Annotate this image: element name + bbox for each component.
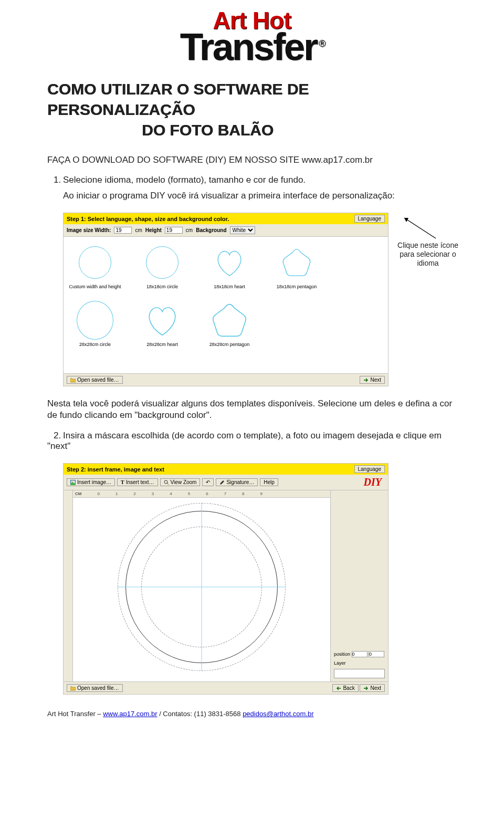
footer-email-link[interactable]: pedidos@arthot.com.br [243, 710, 313, 718]
arrow-right-icon [363, 686, 369, 691]
brand-logo: Art Hot Transfer® [47, 11, 457, 63]
design-canvas[interactable] [73, 498, 330, 676]
ruler-mark: 8 [242, 491, 244, 496]
next-button[interactable]: Next [360, 684, 385, 692]
callout-arrow-icon [399, 215, 441, 241]
callout-text: Clique neste ícone para selecionar o idi… [394, 241, 462, 267]
template-ring-outer [118, 503, 286, 671]
position-y-input[interactable] [369, 651, 384, 657]
language-button[interactable]: Language [354, 465, 385, 473]
page-footer: Art Hot Transfer – www.ap17.com.br / Con… [47, 706, 457, 718]
ss1-bg-label: Background [196, 227, 226, 233]
layer-label: Layer [334, 660, 346, 666]
ruler-mark: 1 [116, 491, 118, 496]
ss1-width-label: Image size Width: [67, 227, 111, 233]
arrow-right-icon [363, 377, 369, 383]
logo-line2: Transfer [180, 26, 317, 68]
ruler-unit: CM [75, 491, 81, 496]
title-line1: COMO UTILIZAR O SOFTWARE DE PERSONALIZAÇ… [47, 80, 309, 118]
folder-open-icon [70, 686, 76, 691]
footer-site-link[interactable]: www.ap17.com.br [103, 710, 157, 718]
ss2-step-label: Step 2: insert frame, image and text [67, 466, 164, 473]
insert-text-button[interactable]: TInsert text… [117, 478, 158, 486]
next-button[interactable]: Next [360, 376, 385, 384]
guide-horizontal [118, 587, 286, 587]
arrow-left-icon [336, 686, 341, 691]
step-1: 1.Selecione idioma, modelo (formato), ta… [47, 175, 457, 201]
language-button[interactable]: Language [354, 215, 385, 223]
svg-point-3 [71, 481, 72, 482]
screenshot-step2: Step 2: insert frame, image and text Lan… [63, 463, 388, 695]
svg-line-5 [167, 483, 169, 485]
step-2-number: 2. [47, 431, 63, 441]
ruler-mark: 7 [224, 491, 226, 496]
signature-button[interactable]: Signature… [216, 478, 258, 486]
zoom-icon [164, 480, 169, 485]
insert-image-button[interactable]: Insert image… [67, 478, 115, 486]
page-title: COMO UTILIZAR O SOFTWARE DE PERSONALIZAÇ… [47, 79, 457, 140]
footer-contact: / Contatos: (11) 3831-8568 [158, 710, 243, 718]
shape-label: 28x28cm circle [79, 342, 111, 347]
shape-18-circle[interactable]: 18x18cm circle [136, 244, 188, 289]
step-2-text: Insira a máscara escolhida (de acordo co… [47, 431, 442, 451]
ss1-cm2: cm [186, 227, 193, 233]
ss1-cm1: cm [135, 227, 142, 233]
step-1-subtext: Ao iniciar o programa DIY você irá visua… [63, 191, 457, 201]
step-2: 2.Insira a máscara escolhida (de acordo … [47, 431, 457, 452]
view-zoom-button[interactable]: View Zoom [160, 478, 201, 486]
open-file-button[interactable]: Open saved file… [67, 376, 123, 384]
screenshot-step1: Step 1: Select language, shape, size and… [63, 213, 388, 386]
ruler-mark: 3 [152, 491, 154, 496]
shape-28-heart[interactable]: 28x28cm heart [136, 302, 188, 347]
footer-brand: Art Hot Transfer – [47, 710, 103, 718]
undo-button[interactable]: ↶ [202, 478, 214, 486]
help-button[interactable]: Help [260, 478, 278, 486]
ruler-horizontal: CM 0 1 2 3 4 5 6 7 8 9 [73, 490, 330, 498]
folder-open-icon [70, 377, 76, 383]
shape-label: 18x18cm pentagon [277, 284, 317, 289]
ruler-mark: 2 [133, 491, 135, 496]
shape-18-heart[interactable]: 18x18cm heart [203, 244, 256, 289]
shape-label: 28x28cm heart [146, 342, 178, 347]
ss1-step-label: Step 1: Select language, shape, size and… [67, 216, 229, 222]
position-label: position [334, 652, 350, 657]
step-1-text: Selecione idioma, modelo (formato), tama… [63, 175, 306, 185]
pen-icon [219, 480, 225, 485]
layer-list[interactable] [334, 669, 385, 678]
back-button[interactable]: Back [332, 684, 358, 692]
image-icon [70, 480, 76, 485]
background-select[interactable]: White [230, 226, 255, 234]
paragraph-templates: Nesta tela você poderá visualizar alguns… [47, 398, 457, 421]
shape-label: 28x28cm pentagon [209, 342, 250, 347]
ss1-height-label: Height [145, 227, 162, 233]
shape-28-pentagon[interactable]: 28x28cm pentagon [203, 302, 256, 347]
ruler-mark: 0 [97, 491, 99, 496]
shape-label: 18x18cm heart [214, 284, 245, 289]
position-x-input[interactable] [352, 651, 368, 657]
ruler-mark: 9 [260, 491, 262, 496]
height-input[interactable] [165, 227, 183, 234]
diy-logo: DIY [364, 476, 385, 488]
shape-label: 18x18cm circle [146, 284, 178, 289]
step-1-number: 1. [47, 175, 63, 185]
open-file-button[interactable]: Open saved file… [67, 684, 123, 692]
ruler-mark: 6 [206, 491, 208, 496]
ruler-vertical [64, 490, 73, 681]
ruler-mark: 4 [170, 491, 172, 496]
shape-18-pentagon[interactable]: 18x18cm pentagon [270, 244, 323, 289]
svg-line-0 [404, 218, 436, 238]
ruler-mark: 5 [188, 491, 190, 496]
shape-label: Custom width and height [69, 284, 121, 289]
properties-panel: position Layer [330, 490, 388, 681]
logo-registered: ® [319, 38, 324, 49]
intro-text: FAÇA O DOWNLOAD DO SOFTWARE (DIY) EM NOS… [47, 155, 457, 165]
shape-28-circle[interactable]: 28x28cm circle [69, 302, 121, 347]
shape-custom[interactable]: Custom width and height [69, 244, 121, 289]
width-input[interactable] [114, 227, 132, 234]
title-line2: DO FOTO BALÃO [47, 120, 457, 140]
